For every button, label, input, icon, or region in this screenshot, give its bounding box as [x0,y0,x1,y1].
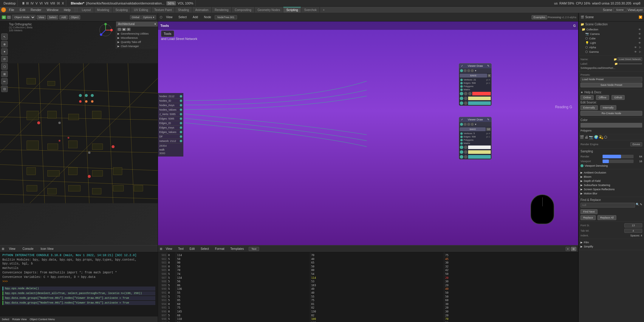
github-btn[interactable]: Github [612,95,625,100]
screen-reflect-arrow[interactable]: ▶ [580,188,583,191]
tree-gamma[interactable]: ⬡ Gamma 👁 ▷ [584,49,642,54]
replace-btn[interactable]: Replace [580,215,596,220]
replace-all-btn[interactable]: Replace All [597,215,616,220]
output-props-icon[interactable]: 🖨 [585,135,588,139]
name-value[interactable]: Load Street Network [617,57,642,61]
tab-vi[interactable]: VI [39,1,42,5]
tab-modeling[interactable]: Modeling [94,7,112,13]
text-edit-btn[interactable]: Edit [187,247,197,251]
clash-item[interactable]: ▶Clash Manager [117,44,157,48]
world-props-icon[interactable]: 💫 [599,135,603,139]
desktop-label[interactable]: Desktop [2,0,18,6]
tree-cube[interactable]: ⬡ Cube 👁 [584,36,642,41]
find-input[interactable] [580,203,635,208]
viewer-2-color-6[interactable] [464,155,467,159]
viewer-2-circle-1[interactable] [460,123,463,126]
filter-icon[interactable]: 🔽 [639,16,642,19]
render-engine-selector[interactable]: Eevee [630,142,642,146]
measure-tool[interactable]: ⊡ [1,86,8,92]
externally-btn[interactable]: Externally [580,105,598,110]
viewport-icon-1[interactable]: ⊞ [2,16,6,19]
online-btn[interactable]: Online [580,95,594,100]
text-list-view[interactable]: ≡ [566,247,570,251]
tab-vii[interactable]: VII [44,1,48,5]
motion-blur-arrow[interactable]: ▶ [580,192,583,195]
viewer-1-color-4[interactable] [460,97,463,100]
annotate-tool[interactable]: ✏ [1,78,8,85]
select-btn[interactable]: Select [47,15,58,19]
options-btn[interactable]: Options ▾ [141,15,156,19]
tab-geometry-nodes[interactable]: Geometry Nodes [255,7,283,13]
examples-btn[interactable]: Examples [532,15,547,19]
tree-alpha[interactable]: ⬡ Alpha 👁 ▷ [584,45,642,49]
viewer-2-circle-4[interactable] [471,123,474,126]
screen-reflect-label[interactable]: Screen Space Reflections [584,188,615,191]
find-next-btn[interactable]: Find Next [580,209,597,214]
viewer-1-circle-1[interactable] [460,69,463,72]
cube-visible[interactable]: 👁 [638,37,641,40]
bloom-label[interactable]: Bloom [584,175,592,178]
tab-shading[interactable]: Shading [175,7,192,13]
arch-btn-1[interactable]: ⬡ [117,28,121,31]
alpha-visible[interactable]: 👁 [634,46,637,49]
menu-edit[interactable]: Edit [17,7,28,12]
text-text-btn[interactable]: Text [176,247,186,251]
viewer-2-circle-3[interactable] [467,123,470,126]
scene-props-icon[interactable]: 🌍 [594,135,598,139]
light-visible[interactable]: 👁 [638,41,641,44]
node-corner-btn[interactable]: G [573,24,576,27]
tab-ix[interactable]: IX [57,1,60,5]
text-icon-view[interactable]: ⊞ [571,247,576,251]
3d-viewport[interactable]: Architectural ▾ ⬡ ▣ ⊞ ▶Georeferencing Ut… [0,21,158,245]
tab-uv[interactable]: UV Editing [131,7,151,13]
find-edit-icon[interactable]: ✎ [640,203,642,208]
tree-light[interactable]: 💡 Light 👁 [584,41,642,45]
ambient-arrow[interactable]: ▶ [580,171,583,174]
transform-tool[interactable]: ⊞ [1,71,8,77]
view-btn[interactable]: View [37,15,46,19]
text-format-btn[interactable]: Format [213,247,227,251]
internally-btn[interactable]: Internally [600,105,617,110]
viewer-1-circle-2[interactable] [464,69,467,72]
tab-rendering[interactable]: Rendering [212,7,231,13]
bloom-arrow[interactable]: ▶ [580,175,583,178]
motion-blur-label[interactable]: Motion Blur [584,192,597,195]
tab-add[interactable]: + [320,7,328,13]
viewer-1-color-3[interactable] [468,92,472,95]
menu-file[interactable]: File [7,7,17,12]
tab-sculpting[interactable]: Sculpting [112,7,131,13]
viewer-1-bake-btn[interactable]: BAKE [460,74,487,78]
node-tree-selector[interactable]: NodeTree.001 [215,15,237,19]
text-file-selector[interactable]: Text [249,247,259,251]
tab-compositing[interactable]: Compositing [232,7,254,13]
tab-texture-paint[interactable]: Texture Paint [151,7,175,13]
viewer-1-color-6[interactable] [460,101,463,105]
render-slider[interactable] [603,155,634,158]
viewport-icon-2[interactable]: ⬡ [7,16,11,19]
arch-btn-2[interactable]: ▣ [122,28,126,31]
tab-sverchok[interactable]: Sverchok [301,7,320,13]
viewer-1-color-2[interactable] [464,92,467,95]
tree-collection[interactable]: 📁 Collection 👁 [580,27,642,32]
quantity-item[interactable]: ▶Quantity Take-off [117,40,157,44]
gamma-visible[interactable]: 👁 [634,50,637,53]
viewer-1-edit[interactable]: ✎ [487,64,490,67]
find-magnify-icon[interactable]: 🔍 [636,203,639,208]
dof-label[interactable]: Depth of Field [584,179,600,182]
tab-iii[interactable]: III [26,1,29,5]
viewer-2-circle-2[interactable] [464,123,467,126]
console-menu[interactable]: Console [20,247,36,251]
viewer-2-color-1[interactable] [460,145,463,149]
georef-item[interactable]: ▶Georeferencing Utilities [117,32,157,36]
tab-x[interactable]: X [62,1,64,5]
tab-viii[interactable]: VIII [50,1,55,5]
text-templates-btn[interactable]: Templates [228,247,247,251]
view-menu[interactable]: View [7,247,18,251]
viewport-slider[interactable] [603,160,634,163]
tab-animation[interactable]: Animation [192,7,211,13]
simplify-arrow[interactable]: ▶ [580,245,583,248]
node-view-btn[interactable]: View [164,15,175,19]
menu-render[interactable]: Render [28,7,44,12]
tab-v[interactable]: V [35,1,38,5]
viewer-2-bake-btn[interactable]: BAKE [460,127,486,131]
